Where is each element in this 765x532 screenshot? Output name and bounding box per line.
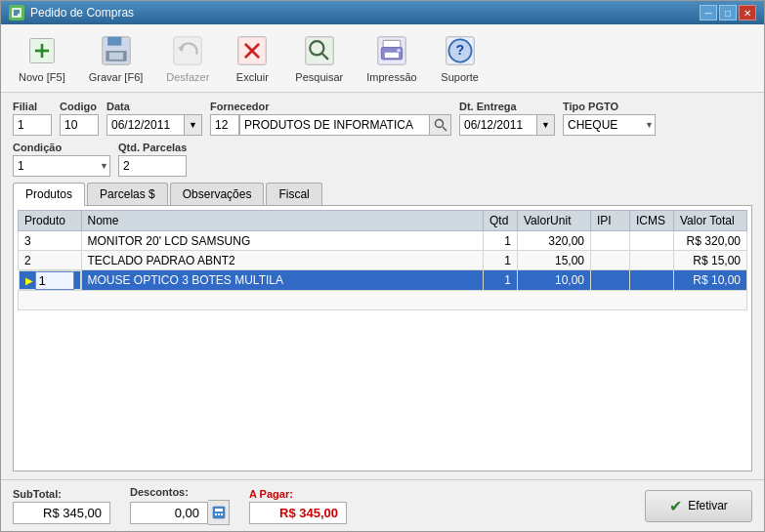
data-input[interactable] [106, 114, 185, 136]
suporte-button[interactable]: ? Suporte [431, 29, 489, 87]
data-input-group: ▼ [106, 114, 202, 136]
novo-button[interactable]: Novo [F5] [9, 29, 75, 87]
a-pagar-field: A Pagar: R$ 345,00 [249, 488, 347, 524]
codigo-input[interactable] [60, 114, 99, 136]
svg-rect-30 [215, 509, 223, 512]
tab-parcelas[interactable]: Parcelas $ [87, 183, 168, 205]
dt-entrega-input[interactable] [459, 114, 537, 136]
cell-valor-total: R$ 10,00 [674, 270, 747, 291]
window-title: Pedido de Compras [30, 6, 134, 20]
svg-rect-31 [215, 513, 217, 515]
excluir-button[interactable]: Excluir [223, 29, 281, 87]
dt-entrega-dropdown-button[interactable]: ▼ [537, 114, 555, 136]
svg-rect-29 [213, 507, 225, 518]
cell-qtd: 1 [484, 270, 518, 291]
form-row-1: Filial Codigo Data ▼ Fornecedor [13, 101, 752, 136]
tabs-header: Produtos Parcelas $ Observações Fiscal [13, 183, 752, 206]
impressao-button[interactable]: Impressão [357, 29, 426, 87]
fornecedor-code-input[interactable] [210, 114, 239, 136]
filial-label: Filial [13, 101, 52, 112]
subtotal-value: R$ 345,00 [13, 502, 110, 524]
new-row-produto-input[interactable] [35, 271, 74, 290]
data-field: Data ▼ [106, 101, 202, 136]
suporte-icon: ? [443, 33, 478, 68]
descontos-field: Descontos: 0,00 [130, 486, 230, 525]
col-header-icms: ICMS [630, 211, 674, 231]
title-bar: Pedido de Compras ─ □ ✕ [1, 1, 764, 24]
efetivar-label: Efetivar [688, 499, 728, 512]
table-row[interactable]: 2 TECLADO PADRAO ABNT2 1 15,00 R$ 15,00 [19, 251, 747, 270]
pesquisar-button[interactable]: Pesquisar [285, 29, 353, 87]
a-pagar-label: A Pagar: [249, 488, 347, 500]
cell-ipi [591, 231, 630, 251]
cell-nome: MOUSE OPTICO 3 BOTES MULTILA [81, 270, 484, 291]
qtd-parcelas-label: Qtd. Parcelas [118, 142, 187, 153]
tipo-pgto-wrapper: CHEQUE DINHEIRO BOLETO CARTAO ▼ [563, 114, 656, 136]
desfazer-button[interactable]: Desfazer [156, 29, 219, 87]
gravar-label: Gravar [F6] [89, 71, 144, 83]
col-header-qtd: Qtd [484, 211, 518, 231]
data-dropdown-button[interactable]: ▼ [185, 114, 202, 136]
cell-ipi [591, 251, 630, 270]
svg-text:?: ? [455, 42, 464, 58]
dt-entrega-label: Dt. Entrega [459, 101, 555, 112]
novo-label: Novo [F5] [19, 71, 65, 83]
descontos-label: Descontos: [130, 486, 230, 498]
title-bar-controls: ─ □ ✕ [700, 5, 756, 20]
condicao-select[interactable]: 1 2 3 [13, 155, 110, 177]
table-row-empty [19, 291, 747, 310]
form-content: Filial Codigo Data ▼ Fornecedor [1, 93, 764, 479]
tab-content-produtos: Produto Nome Qtd ValorUnit IPI ICMS Valo… [13, 206, 752, 471]
minimize-button[interactable]: ─ [700, 5, 717, 20]
col-header-valor-total: Valor Total [674, 211, 747, 231]
svg-rect-10 [108, 53, 122, 60]
fornecedor-label: Fornecedor [210, 101, 451, 112]
a-pagar-value: R$ 345,00 [249, 502, 347, 524]
condicao-field: Condição 1 2 3 ▼ [13, 142, 110, 177]
fornecedor-field: Fornecedor [210, 101, 451, 136]
subtotal-label: SubTotal: [13, 488, 110, 500]
table-row-selected[interactable]: ▶ MOUSE OPTICO 3 BOTES MULTILA 1 10,00 R… [19, 270, 747, 291]
pesquisar-icon [302, 33, 337, 68]
novo-icon [24, 33, 60, 68]
gravar-button[interactable]: Gravar [F6] [79, 29, 153, 87]
tab-produtos[interactable]: Produtos [13, 183, 85, 206]
efetivar-button[interactable]: ✔ Efetivar [645, 490, 752, 522]
svg-rect-23 [397, 49, 401, 52]
cell-icms [630, 231, 674, 251]
cell-produto: 2 [19, 251, 82, 270]
subtotal-field: SubTotal: R$ 345,00 [13, 488, 110, 524]
fornecedor-name-input[interactable] [239, 114, 430, 136]
cell-nome: TECLADO PADRAO ABNT2 [81, 251, 484, 270]
filial-input[interactable] [13, 114, 52, 136]
cell-qtd: 1 [484, 231, 518, 251]
tipo-pgto-label: Tipo PGTO [563, 101, 656, 112]
fornecedor-input-group [210, 114, 451, 136]
maximize-button[interactable]: □ [719, 5, 737, 20]
impressao-icon [374, 33, 409, 68]
svg-rect-22 [385, 53, 399, 58]
title-bar-left: Pedido de Compras [9, 5, 134, 20]
table-row[interactable]: 3 MONITOR 20' LCD SAMSUNG 1 320,00 R$ 32… [19, 231, 747, 251]
col-header-produto: Produto [19, 211, 82, 231]
tipo-pgto-select[interactable]: CHEQUE DINHEIRO BOLETO CARTAO [563, 114, 656, 136]
suporte-label: Suporte [441, 71, 479, 83]
calculator-button[interactable] [208, 500, 230, 525]
fornecedor-search-button[interactable] [430, 114, 451, 136]
gravar-icon [99, 33, 134, 68]
qtd-parcelas-input[interactable] [118, 155, 187, 177]
descontos-input-group: 0,00 [130, 500, 230, 525]
close-button[interactable]: ✕ [739, 5, 756, 20]
col-header-valorunit: ValorUnit [518, 211, 591, 231]
toolbar: Novo [F5] Gravar [F6] Desfa [1, 24, 764, 93]
cell-valor-total: R$ 15,00 [674, 251, 747, 270]
cell-valorunit: 15,00 [518, 251, 591, 270]
tab-fiscal[interactable]: Fiscal [266, 183, 321, 205]
cell-valor-total: R$ 320,00 [674, 231, 747, 251]
window-icon [9, 5, 24, 20]
desfazer-label: Desfazer [166, 71, 209, 83]
main-window: Pedido de Compras ─ □ ✕ Novo [F5] [0, 0, 765, 532]
cell-produto: 3 [19, 231, 82, 251]
cell-valorunit: 320,00 [518, 231, 591, 251]
tab-observacoes[interactable]: Observações [170, 183, 265, 205]
